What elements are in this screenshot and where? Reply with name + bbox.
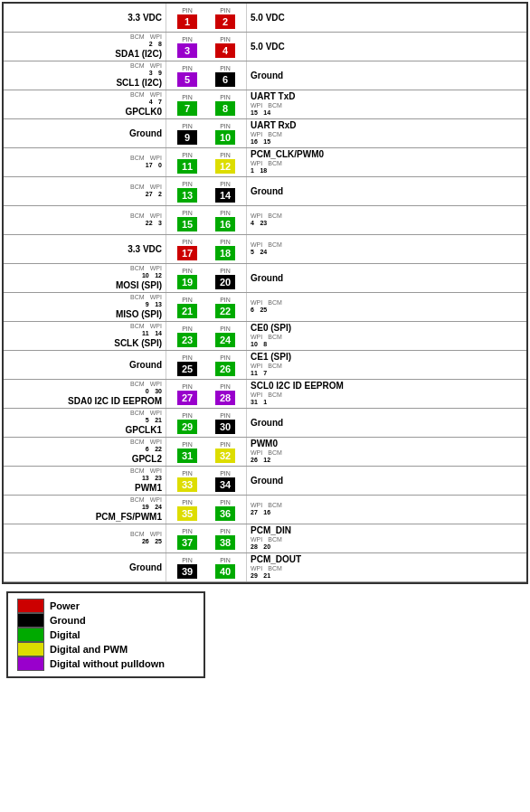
pin-block-10: PIN21PIN22 xyxy=(166,293,246,321)
right-main-label: CE0 (SPI) xyxy=(251,323,291,334)
pin-number-right-30: 30 xyxy=(215,420,235,434)
gpio-row-14: BCM WPI0 30SDA0 I2C ID EEPROMPIN27PIN28S… xyxy=(4,380,526,409)
pin-number-right-16: 16 xyxy=(215,217,235,231)
left-label-13: BCM WPI27 2 xyxy=(4,177,166,205)
pin-label-right: PIN xyxy=(220,497,231,505)
right-label-24: CE0 (SPI)WPI BCM10 8 xyxy=(246,322,409,350)
right-main-label: Ground xyxy=(251,186,283,197)
left-bcm-wpi-nums: 2 8 xyxy=(149,41,162,49)
right-bcm-wpi: WPI BCM xyxy=(251,102,282,109)
pin-label-left: PIN xyxy=(182,150,193,158)
right-bcm-wpi-nums: 15 14 xyxy=(251,109,270,118)
pin-number-right-4: 4 xyxy=(215,43,235,58)
pin-cell-right-38: PIN38 xyxy=(208,526,242,551)
pin-cell-right-10: PIN10 xyxy=(208,121,242,146)
pin-block-16: PIN33PIN34 xyxy=(166,467,246,495)
pin-number-left-27: 27 xyxy=(177,391,197,405)
right-bcm-wpi-nums: 11 7 xyxy=(251,370,267,378)
right-bcm-wpi: WPI BCM xyxy=(251,565,282,572)
pin-number-left-39: 39 xyxy=(177,564,197,579)
legend-item: Digital and PWM xyxy=(17,642,194,656)
left-bcm-wpi: BCM WPI xyxy=(130,91,162,99)
pin-number-left-7: 7 xyxy=(177,101,197,116)
pin-cell-right-26: PIN26 xyxy=(208,353,242,377)
right-label-30: Ground xyxy=(246,409,409,437)
gpio-pinout-table: 3.3 VDCPIN1PIN25.0 VDCBCM WPI2 8SDA1 (I2… xyxy=(2,2,528,584)
right-bcm-wpi: WPI BCM xyxy=(251,392,282,399)
left-label-7: BCM WPI4 7GPCLK0 xyxy=(4,90,166,118)
gpio-row-12: BCM WPI11 14SCLK (SPI)PIN23PIN24CE0 (SPI… xyxy=(4,322,526,351)
pin-label-right: PIN xyxy=(220,382,231,390)
pin-number-left-19: 19 xyxy=(177,275,197,289)
pin-number-right-40: 40 xyxy=(215,564,235,579)
pin-block-19: PIN39PIN40 xyxy=(166,553,246,581)
pin-number-left-35: 35 xyxy=(177,506,197,521)
pin-block-8: PIN17PIN18 xyxy=(166,235,246,263)
left-bcm-wpi: BCM WPI xyxy=(130,294,162,301)
gpio-row-2: BCM WPI2 8SDA1 (I2C)PIN3PIN45.0 VDC xyxy=(4,33,526,61)
pin-number-left-9: 9 xyxy=(177,130,197,145)
pin-number-right-26: 26 xyxy=(215,362,235,376)
gpio-row-8: BCM WPI22 3PIN15PIN16WPI BCM4 23 xyxy=(4,206,526,235)
legend-label: Power xyxy=(50,600,80,611)
right-bcm-wpi: WPI BCM xyxy=(251,449,282,457)
pin-number-right-8: 8 xyxy=(215,101,235,116)
right-main-label: CE1 (SPI) xyxy=(251,352,291,363)
right-main-label: UART RxD xyxy=(251,120,297,131)
pin-block-11: PIN23PIN24 xyxy=(166,322,246,350)
pin-label-right: PIN xyxy=(220,526,231,534)
pin-label-right: PIN xyxy=(220,5,231,14)
right-bcm-wpi-nums: 28 20 xyxy=(251,543,270,552)
left-label-37: BCM WPI26 25 xyxy=(4,524,166,552)
left-main-label: MISO (SPI) xyxy=(116,309,162,320)
legend-label: Digital xyxy=(50,629,80,640)
left-label-39: Ground xyxy=(4,553,166,581)
legend-color-box xyxy=(17,628,44,642)
right-bcm-wpi-nums: 16 15 xyxy=(251,138,270,146)
left-bcm-wpi: BCM WPI xyxy=(130,62,162,70)
pin-cell-left-27: PIN27 xyxy=(170,382,204,406)
pin-number-right-34: 34 xyxy=(215,477,235,492)
right-bcm-wpi-nums: 26 12 xyxy=(251,457,270,465)
left-main-label: GPCLK1 xyxy=(125,425,162,436)
right-label-22: WPI BCM6 25 xyxy=(246,293,409,321)
right-label-12: PCM_CLK/PWM0WPI BCM1 18 xyxy=(246,148,409,176)
left-bcm-wpi-nums: 11 14 xyxy=(142,330,162,338)
pin-label-left: PIN xyxy=(182,439,193,448)
right-label-14: Ground xyxy=(246,177,409,205)
left-bcm-wpi: BCM WPI xyxy=(130,323,162,330)
left-main-label: SCL1 (I2C) xyxy=(116,78,162,89)
right-bcm-wpi-nums: 6 25 xyxy=(251,307,267,315)
left-label-15: BCM WPI22 3 xyxy=(4,206,166,234)
left-bcm-wpi-nums: 4 7 xyxy=(149,99,162,107)
pin-cell-right-30: PIN30 xyxy=(208,411,242,435)
pin-number-left-3: 3 xyxy=(177,43,197,58)
left-label-5: BCM WPI3 9SCL1 (I2C) xyxy=(4,61,166,90)
pin-label-left: PIN xyxy=(182,63,193,71)
pin-label-left: PIN xyxy=(182,121,193,129)
pin-cell-left-21: PIN21 xyxy=(170,295,204,319)
pin-label-left: PIN xyxy=(182,468,193,477)
left-bcm-wpi-nums: 0 30 xyxy=(146,388,162,396)
right-label-16: WPI BCM4 23 xyxy=(246,206,409,234)
pin-label-left: PIN xyxy=(182,5,193,14)
pin-number-right-36: 36 xyxy=(215,506,235,521)
right-label-40: PCM_DOUTWPI BCM29 21 xyxy=(246,553,409,581)
left-bcm-wpi-nums: 19 24 xyxy=(142,504,162,512)
legend-item: Digital xyxy=(17,628,194,642)
gpio-row-4: BCM WPI4 7GPCLK0PIN7PIN8UART TxDWPI BCM1… xyxy=(4,90,526,119)
left-bcm-wpi-nums: 5 21 xyxy=(146,417,162,425)
left-bcm-wpi: BCM WPI xyxy=(130,439,162,446)
pin-block-4: PIN9PIN10 xyxy=(166,119,246,147)
pin-block-13: PIN27PIN28 xyxy=(166,380,246,408)
pin-label-left: PIN xyxy=(182,92,193,100)
pin-cell-right-12: PIN12 xyxy=(208,150,242,175)
left-bcm-wpi: BCM WPI xyxy=(130,467,162,475)
right-bcm-wpi: WPI BCM xyxy=(251,131,282,138)
left-main-label: SCLK (SPI) xyxy=(114,338,162,349)
right-main-label: Ground xyxy=(251,476,283,486)
pin-number-right-14: 14 xyxy=(215,188,235,203)
right-label-10: UART RxDWPI BCM16 15 xyxy=(246,119,409,147)
left-main-label: PCM_FS/PWM1 xyxy=(96,512,162,523)
pin-label-right: PIN xyxy=(220,150,231,158)
